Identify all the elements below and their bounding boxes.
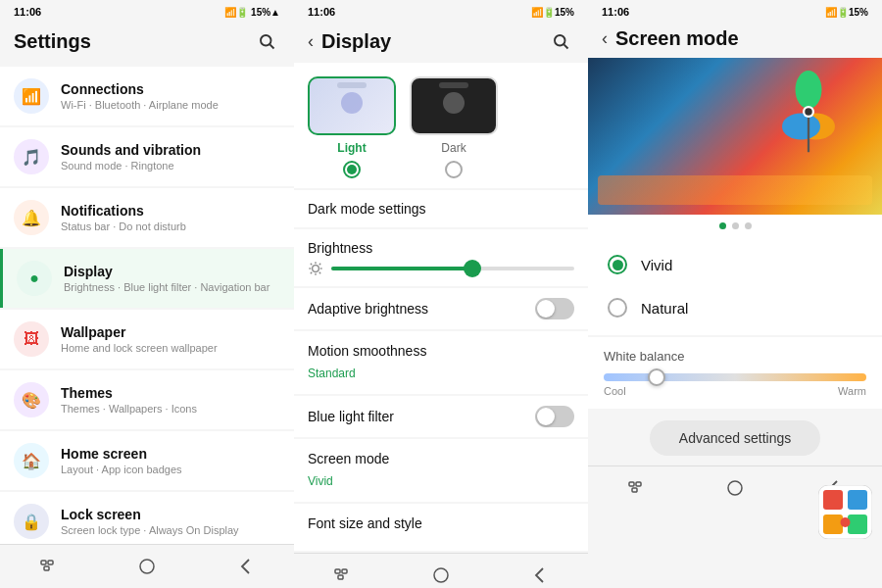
vivid-radio — [608, 255, 627, 274]
svg-point-37 — [728, 481, 742, 495]
theme-light-label: Light — [337, 141, 366, 155]
svg-line-7 — [564, 44, 567, 48]
themes-icon: 🎨 — [14, 382, 49, 417]
display-search-icon — [552, 32, 569, 50]
settings-item-homescreen[interactable]: 🏠 Home screen Layout · App icon badges — [0, 431, 294, 490]
theme-light-preview — [308, 76, 396, 135]
adaptive-brightness-toggle[interactable] — [535, 298, 574, 319]
settings-item-lockscreen[interactable]: 🔒 Lock screen Screen lock type · Always … — [0, 492, 294, 544]
display-back-arrow[interactable]: ‹ — [308, 31, 314, 52]
svg-rect-29 — [823, 490, 843, 510]
sounds-subtitle: Sound mode · Ringtone — [61, 160, 201, 172]
lockscreen-subtitle: Screen lock type · Always On Display — [61, 524, 239, 536]
connections-icon: 📶 — [14, 78, 49, 114]
settings-title: Settings — [14, 30, 253, 53]
blue-light-toggle[interactable] — [535, 406, 574, 427]
svg-line-11 — [311, 264, 312, 265]
recent-icon-2 — [334, 568, 352, 582]
svg-rect-4 — [44, 566, 49, 570]
lockscreen-icon: 🔒 — [14, 504, 49, 539]
mode-natural[interactable]: Natural — [588, 286, 882, 329]
theme-light-option[interactable]: Light — [308, 76, 396, 178]
vivid-label: Vivid — [641, 257, 672, 273]
themes-subtitle: Themes · Wallpapers · Icons — [61, 403, 197, 415]
settings-top-bar: Settings — [0, 22, 294, 63]
svg-point-20 — [434, 568, 448, 582]
search-button[interactable] — [253, 27, 280, 55]
dark-mode-section[interactable]: Dark mode settings — [294, 190, 588, 227]
settings-item-wallpaper[interactable]: 🖼 Wallpaper Home and lock screen wallpap… — [0, 310, 294, 368]
natural-radio — [608, 298, 627, 318]
app-icon — [818, 485, 872, 539]
screen-mode-title: Screen mode — [615, 27, 868, 50]
nav-home-1[interactable] — [135, 555, 159, 578]
svg-point-24 — [782, 114, 820, 140]
font-size-section[interactable]: Font size and style — [294, 504, 588, 551]
font-size-label: Font size and style — [308, 515, 574, 531]
nav-back-1[interactable] — [233, 555, 257, 578]
settings-item-themes[interactable]: 🎨 Themes Themes · Wallpapers · Icons — [0, 370, 294, 429]
svg-rect-30 — [848, 490, 867, 510]
display-icon: ● — [17, 261, 52, 296]
brightness-slider[interactable] — [331, 267, 574, 270]
theme-dark-label: Dark — [441, 141, 466, 155]
motion-smoothness-section[interactable]: Motion smoothness Standard — [294, 331, 588, 394]
nav-home-3[interactable] — [723, 476, 747, 500]
theme-dark-radio — [445, 161, 463, 178]
notifications-icon: 🔔 — [14, 200, 49, 235]
settings-item-display[interactable]: ● Display Brightness · Blue light filter… — [0, 249, 294, 308]
theme-dark-option[interactable]: Dark — [410, 76, 498, 178]
brightness-low-icon — [308, 261, 323, 276]
screen-mode-back-arrow[interactable]: ‹ — [602, 28, 608, 49]
nav-recent-2[interactable] — [331, 564, 355, 587]
advanced-settings-button[interactable]: Advanced settings — [650, 420, 820, 456]
brightness-label: Brightness — [308, 240, 372, 256]
theme-light-radio — [343, 161, 361, 178]
theme-selector: Light Dark — [294, 63, 588, 188]
motion-smoothness-value: Standard — [308, 367, 574, 380]
svg-rect-2 — [41, 561, 46, 564]
settings-item-sounds[interactable]: 🎵 Sounds and vibration Sound mode · Ring… — [0, 127, 294, 186]
status-icons-1: 📶🔋 15%▲ — [224, 7, 280, 18]
recent-icon — [40, 560, 58, 573]
settings-list: 📶 Connections Wi-Fi · Bluetooth · Airpla… — [0, 63, 294, 544]
screen-mode-section[interactable]: Screen mode Vivid — [294, 439, 588, 502]
svg-point-6 — [555, 35, 565, 46]
mode-vivid[interactable]: Vivid — [588, 243, 882, 286]
home-icon-2 — [432, 566, 450, 584]
dot-2 — [732, 222, 739, 229]
brightness-section: Brightness — [294, 229, 588, 286]
time-1: 11:06 — [14, 6, 41, 18]
dark-mode-label: Dark mode settings — [308, 201, 426, 217]
nav-back-2[interactable] — [527, 564, 551, 587]
nav-recent-1[interactable] — [37, 555, 61, 578]
wb-title: White balance — [604, 349, 866, 364]
display-search-button[interactable] — [547, 27, 574, 55]
nav-home-2[interactable] — [429, 564, 453, 587]
nav-recent-3[interactable] — [625, 476, 649, 500]
hero-image — [588, 58, 882, 215]
wb-cool-label: Cool — [604, 385, 626, 397]
watermark-icon — [818, 485, 872, 539]
svg-rect-35 — [636, 482, 641, 486]
svg-line-15 — [311, 272, 312, 273]
svg-rect-36 — [632, 488, 637, 492]
blue-light-row: Blue light filter — [294, 396, 588, 437]
wallpaper-icon: 🖼 — [14, 321, 49, 357]
lockscreen-title: Lock screen — [61, 507, 239, 522]
settings-item-connections[interactable]: 📶 Connections Wi-Fi · Bluetooth · Airpla… — [0, 67, 294, 125]
screen-mode-label: Screen mode — [308, 451, 574, 466]
settings-panel: 11:06 📶🔋 15%▲ Settings 📶 Connections Wi-… — [0, 0, 294, 588]
status-bar-2: 11:06 📶🔋15% — [294, 0, 588, 22]
notifications-title: Notifications — [61, 203, 186, 219]
dot-1 — [719, 222, 726, 229]
adaptive-brightness-row: Adaptive brightness — [294, 288, 588, 329]
svg-point-5 — [140, 560, 154, 573]
mode-options: Vivid Natural — [588, 237, 882, 335]
settings-item-notifications[interactable]: 🔔 Notifications Status bar · Do not dist… — [0, 188, 294, 247]
wb-slider[interactable] — [604, 373, 866, 381]
display-title: Display — [321, 30, 547, 53]
motion-smoothness-label: Motion smoothness — [308, 343, 574, 359]
blue-light-label: Blue light filter — [308, 409, 394, 424]
screen-mode-panel: 11:06 📶🔋15% ‹ Screen mode — [588, 0, 882, 588]
